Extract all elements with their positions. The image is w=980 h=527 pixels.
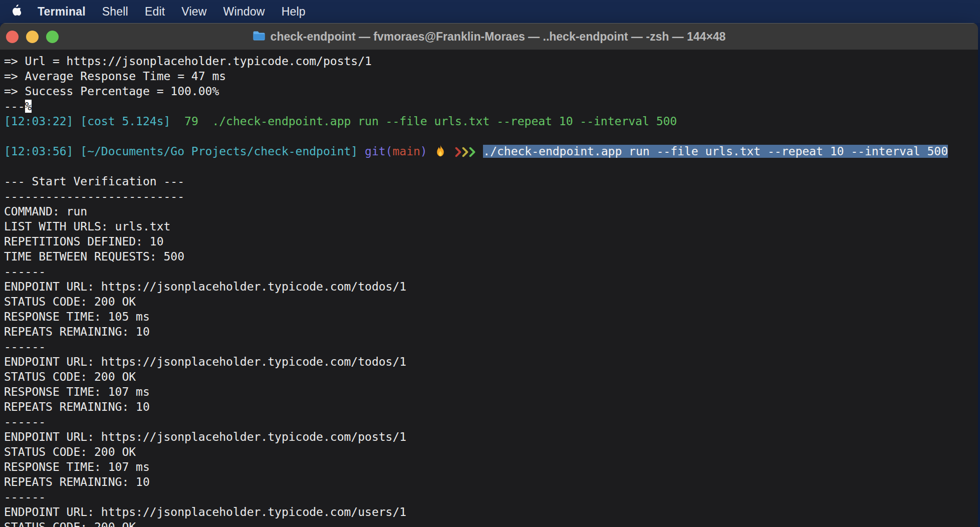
terminal-line: ENDPOINT URL: https://jsonplaceholder.ty… (4, 279, 978, 294)
text-segment (448, 145, 455, 158)
text-segment: ) (420, 145, 427, 158)
terminal-line: LIST WITH URLS: urls.txt (4, 219, 978, 234)
menu-item-edit[interactable]: Edit (145, 5, 165, 19)
title-wrap: check-endpoint — fvmoraes@Franklin-Morae… (253, 30, 726, 44)
text-segment: % (25, 100, 32, 113)
terminal-line: COMMAND: run (4, 204, 978, 219)
text-segment: REPETITIONS DEFINED: 10 (4, 235, 164, 248)
text-segment: STATUS CODE: 200 OK (4, 370, 136, 383)
menu-item-terminal[interactable]: Terminal (38, 5, 86, 19)
terminal-line: -------------------------- (4, 189, 978, 204)
terminal-line (4, 159, 978, 174)
text-segment: => Average Response Time = 47 ms (4, 70, 226, 83)
text-segment: REPEATS REMAINING: 10 (4, 475, 150, 488)
selected-command-text: ./check-endpoint.app run --file urls.txt… (483, 145, 948, 158)
terminal-window: check-endpoint — fvmoraes@Franklin-Morae… (0, 23, 978, 527)
folder-icon[interactable] (253, 30, 266, 44)
terminal-line: ------ (4, 339, 978, 354)
terminal-line: ENDPOINT URL: https://jsonplaceholder.ty… (4, 354, 978, 369)
text-segment: => Success Percentage = 100.00% (4, 85, 219, 98)
terminal-line: STATUS CODE: 200 OK (4, 369, 978, 384)
text-segment: [12:03:56] [~/Documents/Go Projects/chec… (4, 145, 365, 158)
menu-bar: TerminalShellEditViewWindowHelp (0, 0, 980, 23)
text-segment: STATUS CODE: 200 OK (4, 520, 136, 527)
terminal-line: STATUS CODE: 200 OK (4, 519, 978, 527)
apple-icon (11, 4, 21, 19)
text-segment: STATUS CODE: 200 OK (4, 445, 136, 458)
flame-icon (434, 144, 448, 161)
terminal-line: => Average Response Time = 47 ms (4, 69, 978, 84)
apple-menu[interactable] (11, 4, 21, 19)
terminal-line: ------ (4, 489, 978, 504)
menu-item-shell[interactable]: Shell (102, 5, 128, 19)
terminal-line (4, 129, 978, 144)
terminal-line: REPEATS REMAINING: 10 (4, 324, 978, 339)
terminal-line: ENDPOINT URL: https://jsonplaceholder.ty… (4, 429, 978, 444)
text-segment: [12:03:22] [cost 5.124s] (4, 115, 170, 128)
terminal-line: RESPONSE TIME: 105 ms (4, 309, 978, 324)
text-segment: REPEATS REMAINING: 10 (4, 325, 150, 338)
terminal-line: ENDPOINT URL: https://jsonplaceholder.ty… (4, 504, 978, 519)
close-button[interactable] (6, 31, 19, 43)
window-title: check-endpoint — fvmoraes@Franklin-Morae… (271, 30, 726, 44)
text-segment: git( (365, 145, 392, 158)
text-segment: STATUS CODE: 200 OK (4, 295, 136, 308)
menu-item-window[interactable]: Window (223, 5, 265, 19)
text-segment: ------ (4, 340, 46, 353)
text-segment: REPEATS REMAINING: 10 (4, 400, 150, 413)
text-segment: RESPONSE TIME: 107 ms (4, 460, 150, 473)
terminal-line: [12:03:22] [cost 5.124s] 79 ./check-endp… (4, 114, 978, 129)
text-segment: ------ (4, 415, 46, 428)
terminal-line: REPEATS REMAINING: 10 (4, 474, 978, 489)
terminal-line: STATUS CODE: 200 OK (4, 444, 978, 459)
chevron-icon (455, 146, 462, 161)
menu-items: TerminalShellEditViewWindowHelp (38, 5, 322, 19)
text-segment: ENDPOINT URL: https://jsonplaceholder.ty… (4, 505, 406, 518)
text-segment: ------ (4, 490, 46, 503)
terminal-line: ---% (4, 99, 978, 114)
chevron-icon (469, 146, 476, 161)
menu-item-view[interactable]: View (181, 5, 206, 19)
minimize-button[interactable] (26, 31, 39, 43)
text-segment: --- (4, 100, 25, 113)
terminal-line: REPETITIONS DEFINED: 10 (4, 234, 978, 249)
terminal-line: RESPONSE TIME: 107 ms (4, 459, 978, 474)
text-segment: 79 ./check-endpoint.app run --file urls.… (170, 115, 677, 128)
terminal-line: => Success Percentage = 100.00% (4, 84, 978, 99)
terminal-line: REPEATS REMAINING: 10 (4, 399, 978, 414)
text-segment: LIST WITH URLS: urls.txt (4, 220, 170, 233)
title-bar[interactable]: check-endpoint — fvmoraes@Franklin-Morae… (0, 23, 978, 50)
text-segment: ENDPOINT URL: https://jsonplaceholder.ty… (4, 280, 406, 293)
text-segment: ENDPOINT URL: https://jsonplaceholder.ty… (4, 430, 406, 443)
terminal-line: --- Start Verification --- (4, 174, 978, 189)
terminal-line: [12:03:56] [~/Documents/Go Projects/chec… (4, 144, 978, 159)
terminal-line: ------ (4, 414, 978, 429)
text-segment: => Url = https://jsonplaceholder.typicod… (4, 55, 372, 68)
chevron-icon (462, 146, 469, 161)
text-segment: --- Start Verification --- (4, 175, 184, 188)
text-segment: TIME BETWEEN REQUESTS: 500 (4, 250, 184, 263)
traffic-lights (6, 24, 66, 50)
text-segment: RESPONSE TIME: 105 ms (4, 310, 150, 323)
text-segment: RESPONSE TIME: 107 ms (4, 385, 150, 398)
terminal-line: RESPONSE TIME: 107 ms (4, 384, 978, 399)
text-segment (476, 145, 483, 158)
text-segment: ------ (4, 265, 46, 278)
text-segment (427, 145, 434, 158)
terminal-line: TIME BETWEEN REQUESTS: 500 (4, 249, 978, 264)
text-segment: COMMAND: run (4, 205, 87, 218)
terminal-line: STATUS CODE: 200 OK (4, 294, 978, 309)
text-segment: -------------------------- (4, 190, 184, 203)
terminal-output[interactable]: => Url = https://jsonplaceholder.typicod… (0, 50, 978, 527)
text-segment: ENDPOINT URL: https://jsonplaceholder.ty… (4, 355, 406, 368)
terminal-lines: => Url = https://jsonplaceholder.typicod… (4, 54, 978, 527)
zoom-button[interactable] (46, 31, 59, 43)
menu-item-help[interactable]: Help (282, 5, 306, 19)
terminal-line: ------ (4, 264, 978, 279)
terminal-line: => Url = https://jsonplaceholder.typicod… (4, 54, 978, 69)
text-segment: main (392, 145, 420, 158)
